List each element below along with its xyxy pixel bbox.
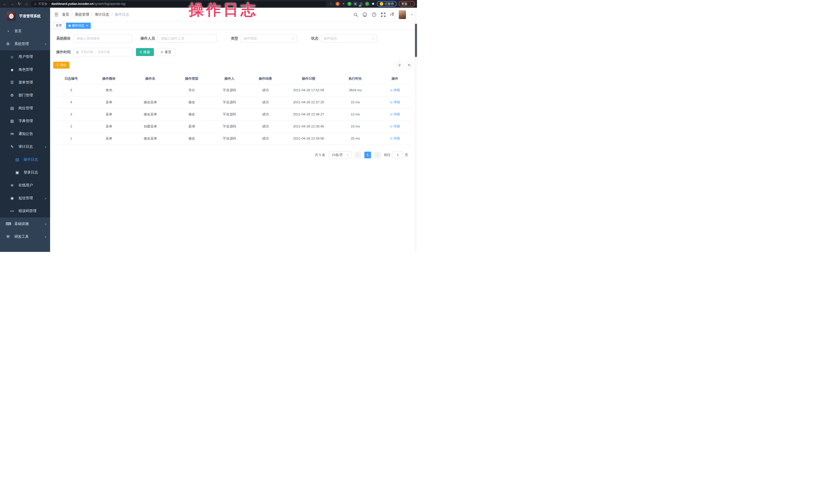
sidebar-item-operate-log[interactable]: ▤ 操作日志 (0, 153, 50, 166)
avatar[interactable] (399, 10, 406, 19)
back-icon[interactable]: ← (2, 1, 8, 7)
cell-name: 创建菜单 (129, 120, 172, 132)
github-icon[interactable] (363, 12, 367, 17)
status-select[interactable]: 操作状态 ∨ (321, 34, 377, 43)
sidebar-item-home[interactable]: ◔ 首页 (0, 25, 50, 38)
bookmark-star-icon[interactable]: ☆ (328, 1, 334, 7)
sidebar-item-infrastructure[interactable]: ⌨ 基础设施 ∨ (0, 217, 50, 230)
navbar-actions: ? TT ▼ (354, 10, 413, 19)
extensions-puzzle-icon[interactable]: ⬢ (371, 2, 375, 6)
content: 系统模块 操作人员 类型 操作类型 ∨ 状态 操作状态 ∨ (50, 29, 417, 252)
sidebar-item-label: 通知公告 (19, 132, 33, 136)
cell-module: 角色 (89, 84, 129, 96)
close-icon[interactable]: ✕ (86, 24, 88, 27)
sidebar-item-label: 在线用户 (19, 183, 33, 188)
avatar-caret-icon[interactable]: ▼ (411, 13, 413, 16)
refresh-table-button[interactable]: ↻ (406, 61, 413, 69)
search-icon[interactable] (354, 13, 358, 17)
monitor-icon: ⌨ (6, 222, 10, 226)
detail-link[interactable]: ⊙详细 (390, 88, 400, 92)
extension-icon-stack-on[interactable]: ☰on (359, 2, 363, 6)
sidebar-item-label: 字典管理 (19, 119, 33, 123)
cell-type: 导出 (172, 84, 212, 96)
extension-row: ☆ ◎ ▼ v ◆ ☰on ✓ ⬢ ☺ 已暂停 更新 ⋮ (328, 1, 415, 7)
detail-link[interactable]: ⊙详细 (390, 124, 400, 129)
extension-icon-green-v[interactable]: v (347, 2, 351, 6)
show-search-button[interactable]: ⚲ (396, 61, 403, 69)
sidebar-item-notice[interactable]: ✉ 通知公告 (0, 128, 50, 140)
sidebar-item-dev-tools[interactable]: ⚒ 研发工具 ∨ (0, 230, 50, 243)
sidebar-item-label: 研发工具 (15, 234, 29, 239)
operator-input[interactable] (157, 34, 217, 43)
sidebar-item-sms-management[interactable]: ◉ 短信管理 ∨ (0, 192, 50, 204)
date-range-picker[interactable]: ▦ 开始日期 - 结束日期 (73, 48, 132, 56)
sidebar-logo[interactable]: 芋道管理系统 (0, 8, 50, 25)
font-size-icon[interactable]: TT (390, 12, 394, 17)
next-page-button[interactable]: › (374, 152, 381, 158)
breadcrumb-system[interactable]: 系统管理 (75, 12, 89, 17)
type-label: 类型 (229, 36, 238, 41)
detail-link[interactable]: ⊙详细 (390, 100, 400, 105)
sidebar-item-role-management[interactable]: ☻ 角色管理 (0, 63, 50, 76)
sidebar-item-dict-management[interactable]: ▥ 字典管理 (0, 115, 50, 128)
cell-duration: 25 ms (334, 132, 377, 145)
breadcrumb-current: 操作日志 (115, 12, 129, 17)
extension-icon-blue-gem[interactable]: ◆ (353, 2, 357, 6)
tab-label: 操作日志 (72, 23, 84, 28)
sidebar-item-audit-log[interactable]: ✎ 审计日志 ∧ (0, 140, 50, 153)
detail-link[interactable]: ⊙详细 (390, 112, 400, 117)
cell-date: 2021-04-28 17:52:09 (283, 84, 334, 96)
sidebar-item-error-code-management[interactable]: </> 错误码管理 (0, 204, 50, 217)
page-size-select[interactable]: 10条/页 ∨ (329, 151, 351, 158)
end-date-placeholder: 结束日期 (97, 50, 110, 54)
sidebar-item-menu-management[interactable]: ☰ 菜单管理 (0, 76, 50, 89)
update-button[interactable]: 更新 ⋮ (398, 1, 415, 7)
tab-operate-log[interactable]: 操作日志 ✕ (66, 23, 91, 29)
detail-link[interactable]: ⊙详细 (390, 136, 400, 141)
extension-icon-blue-pin[interactable]: ▼ (342, 2, 346, 6)
help-icon[interactable]: ? (372, 12, 376, 17)
forward-icon[interactable]: → (9, 1, 15, 7)
breadcrumb-home[interactable]: 首页 (62, 12, 69, 17)
cell-result: 成功 (247, 120, 283, 132)
filter-row-1: 系统模块 操作人员 类型 操作类型 ∨ 状态 操作状态 ∨ (53, 34, 413, 43)
hamburger-icon[interactable]: ☰ (54, 12, 58, 18)
eye-icon: ⊙ (390, 113, 392, 116)
fullscreen-icon[interactable] (381, 13, 386, 17)
export-button[interactable]: ↧ 导出 (53, 62, 69, 69)
home-icon[interactable]: ⌂ (24, 1, 29, 7)
prev-page-button[interactable]: ‹ (355, 152, 361, 158)
extension-icon-green-leaf[interactable]: ✓ (365, 2, 369, 6)
operator-label: 操作人员 (137, 36, 155, 41)
goto-page-input[interactable] (392, 151, 403, 158)
sidebar-item-user-management[interactable]: ☺ 用户管理 (0, 50, 50, 63)
on-badge: on (359, 5, 361, 7)
type-select[interactable]: 操作类型 ∨ (241, 34, 297, 43)
sidebar-item-dept-management[interactable]: ⚙︎ 部门管理 (0, 89, 50, 102)
breadcrumb-audit-log[interactable]: 审计日志 (95, 12, 109, 17)
reload-icon[interactable]: ↻ (17, 1, 22, 7)
page-scrollbar[interactable] (415, 8, 417, 252)
cell-date: 2021-04-26 22:36:27 (283, 108, 334, 120)
gear-icon: ⚙ (6, 42, 10, 46)
sidebar-item-system-management[interactable]: ⚙ 系统管理 ∧ (0, 38, 50, 50)
active-dot-icon (69, 25, 71, 27)
scrollbar-thumb[interactable] (415, 24, 417, 57)
address-bar[interactable]: ⚠ 不安全 | dashboard.yudao.iocoder.cn/syste… (31, 1, 327, 7)
sidebar-item-login-log[interactable]: ▣ 登录日志 (0, 166, 50, 179)
reset-button[interactable]: ↻ 重置 (157, 48, 175, 56)
search-button[interactable]: ⚲ 搜索 (136, 48, 154, 56)
sidebar-item-online-users[interactable]: ≋ 在线用户 (0, 179, 50, 192)
table-row: 3 菜单 修改菜单 修改 芋道源码 成功 2021-04-26 22:36:27… (53, 108, 413, 120)
table-row: 4 菜单 修改菜单 修改 芋道源码 成功 2021-04-26 22:37:25… (53, 96, 413, 108)
page-number-1[interactable]: 1 (364, 152, 371, 158)
extension-icon-orange[interactable]: ◎ (335, 2, 340, 6)
filter-row-2: 操作时间 ▦ 开始日期 - 结束日期 ⚲ 搜索 ↻ 重置 (53, 48, 413, 56)
sidebar-item-post-management[interactable]: ▤ 岗位管理 (0, 102, 50, 115)
paused-profile-chip[interactable]: ☺ 已暂停 (377, 1, 397, 7)
tab-home[interactable]: 首页 (53, 23, 65, 29)
cell-duration: 3634 ms (334, 84, 377, 96)
address-divider: | (49, 2, 50, 6)
browser-menu-icon[interactable]: ⋮ (409, 2, 412, 6)
module-input[interactable] (73, 34, 132, 43)
